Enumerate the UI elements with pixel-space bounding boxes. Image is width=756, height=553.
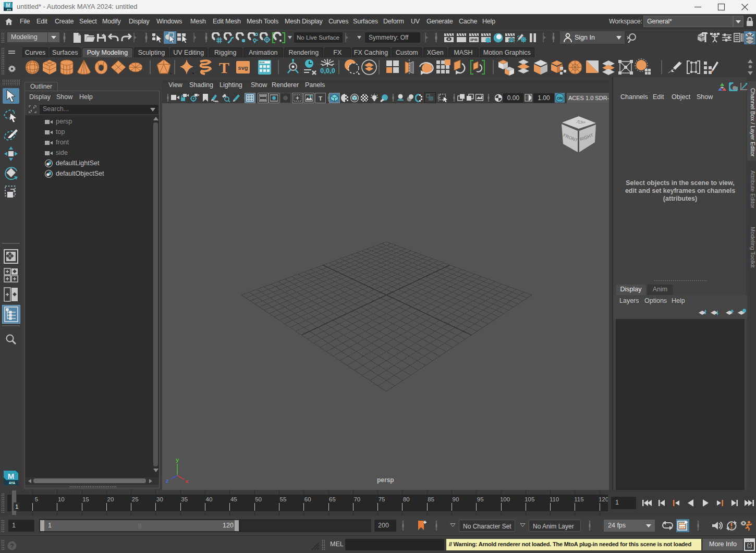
svg-text:z: z	[166, 477, 169, 484]
svg-text:M: M	[8, 472, 15, 481]
svg-text:M: M	[6, 3, 10, 8]
svg-text:x: x	[185, 478, 189, 484]
svg-text:svg: svg	[238, 65, 248, 71]
svg-text:T: T	[219, 59, 229, 76]
svg-text:T: T	[319, 95, 322, 102]
svg-text:y: y	[176, 457, 179, 463]
svg-text:ON: ON	[557, 96, 563, 101]
svg-text:AYA: AYA	[9, 481, 16, 485]
svg-text:IPR: IPR	[470, 38, 478, 42]
svg-text:AYA: AYA	[7, 8, 11, 11]
svg-text:?: ?	[10, 543, 14, 550]
svg-text:0,0,0: 0,0,0	[320, 67, 335, 75]
